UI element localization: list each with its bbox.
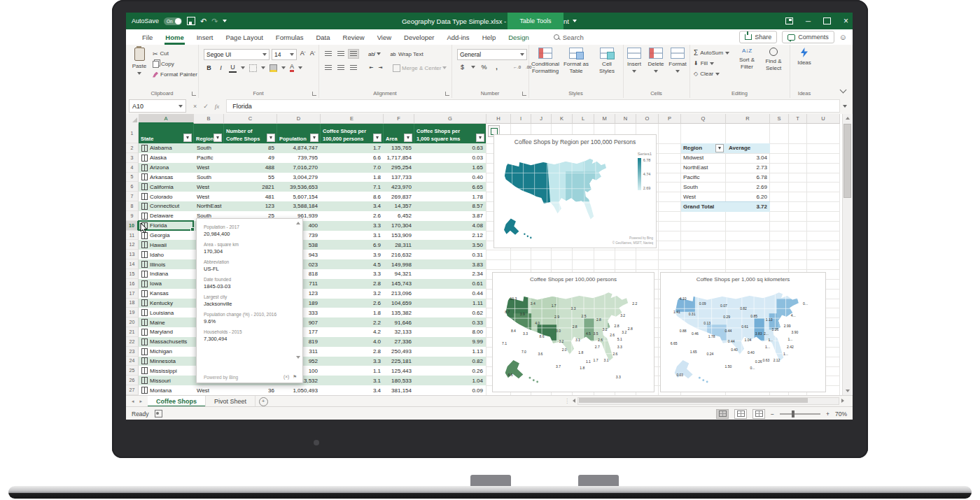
redo-icon[interactable]: ↷: [211, 17, 218, 26]
table-row[interactable]: Alaska Pacific 49 739,795 6.6 1,717,854 …: [139, 153, 486, 163]
per-1000km-cell[interactable]: 0.26: [414, 366, 486, 376]
macro-record-icon[interactable]: [155, 410, 162, 417]
state-cell[interactable]: Massachusetts: [139, 337, 194, 347]
area-cell[interactable]: 225,181: [384, 357, 414, 366]
zoom-slider-thumb[interactable]: [792, 410, 794, 417]
per-100k-cell[interactable]: 3.9: [321, 250, 384, 259]
insert-cells-button[interactable]: Insert: [624, 48, 645, 75]
table-header-cell[interactable]: Population: [277, 124, 321, 143]
fill-button[interactable]: ⬇Fill: [694, 58, 729, 69]
new-sheet-button[interactable]: +: [255, 396, 271, 407]
shops-cell[interactable]: 36: [224, 385, 277, 395]
state-cell[interactable]: Missouri: [139, 376, 194, 385]
card-dismiss-icon[interactable]: (×): [284, 374, 289, 380]
align-center-button[interactable]: [335, 63, 346, 73]
underline-button[interactable]: U: [229, 63, 237, 73]
ribbon-tab[interactable]: Review: [337, 29, 371, 45]
table-row[interactable]: Montana West 36 1,050,493 3.4 381,154 0.…: [139, 385, 486, 395]
per-100k-cell[interactable]: 1.7: [321, 143, 384, 153]
sheet-tab[interactable]: Pivot Sheet: [206, 396, 255, 407]
per-100k-cell[interactable]: 3.1: [321, 231, 384, 241]
filter-button[interactable]: [267, 134, 275, 142]
underline-caret-icon[interactable]: [241, 66, 245, 69]
region-cell[interactable]: West: [194, 182, 224, 192]
wrap-text-button[interactable]: Wrap Text: [398, 51, 424, 57]
font-color-icon[interactable]: A: [290, 64, 294, 72]
delete-cells-button[interactable]: Delete: [645, 48, 666, 75]
pivot-filter-button[interactable]: [715, 144, 724, 152]
enter-icon[interactable]: ✓: [203, 103, 209, 110]
per-1000km-cell[interactable]: 0.33: [414, 317, 486, 327]
area-cell[interactable]: 6,452: [384, 211, 414, 221]
per-100k-cell[interactable]: 4.0: [321, 337, 384, 347]
per-100k-cell[interactable]: 7.0: [321, 163, 384, 173]
area-cell[interactable]: 1,717,854: [384, 153, 414, 163]
state-cell[interactable]: Michigan: [139, 347, 194, 357]
area-cell[interactable]: 32,133: [384, 327, 414, 337]
align-top-button[interactable]: [323, 49, 334, 59]
table-row[interactable]: Michigan 311 2.8 250,493 1.13: [139, 347, 486, 357]
per-1000km-cell[interactable]: 0.61: [414, 279, 486, 289]
comments-button[interactable]: Comments: [782, 31, 834, 43]
table-row[interactable]: Massachusetts 819 4.0 27,336 9.99: [139, 337, 486, 347]
row-header[interactable]: 2: [126, 143, 139, 153]
state-cell[interactable]: Delaware: [139, 211, 194, 221]
column-header[interactable]: D: [277, 114, 321, 124]
format-as-table-button[interactable]: Format asTable: [561, 48, 592, 75]
area-cell[interactable]: 145,743: [384, 279, 414, 289]
align-right-button[interactable]: [348, 63, 359, 73]
table-row[interactable]: Iowa 711 2.8 145,743 0.61: [139, 279, 486, 289]
scroll-right-icon[interactable]: [841, 399, 844, 403]
per-100k-cell[interactable]: 8.6: [321, 192, 384, 201]
area-cell[interactable]: 269,837: [384, 192, 414, 201]
scroll-left-icon[interactable]: [573, 399, 575, 403]
sort-filter-button[interactable]: A↓Z Sort &Filter: [734, 48, 760, 71]
format-painter-button[interactable]: Format Painter: [153, 69, 197, 80]
sheet-tab[interactable]: Coffee Shops: [148, 396, 206, 407]
area-cell[interactable]: 94,321: [384, 269, 414, 279]
horizontal-scrollbar[interactable]: ⋮: [564, 397, 844, 405]
per-1000km-cell[interactable]: 2.12: [414, 231, 486, 241]
shrink-font-button[interactable]: Aˇ: [309, 49, 316, 57]
card-flag-icon[interactable]: ⚑: [293, 374, 297, 380]
population-cell[interactable]: 3,004,279: [277, 173, 321, 183]
area-cell[interactable]: 213,096: [384, 289, 414, 299]
pivot-row[interactable]: Midwest 3.04: [681, 153, 770, 163]
table-header-cell[interactable]: Area: [384, 124, 414, 143]
expand-formula-bar-icon[interactable]: [843, 105, 847, 108]
per-1000km-cell[interactable]: 3.83: [414, 259, 486, 269]
table-header-cell[interactable]: Number of Coffee Shops: [224, 124, 277, 143]
column-header[interactable]: N: [615, 114, 636, 124]
quick-access-caret-icon[interactable]: [223, 20, 227, 22]
per-1000km-cell[interactable]: 0.31: [414, 250, 486, 259]
per-1000km-cell[interactable]: 0.44: [414, 289, 486, 299]
ribbon-tab[interactable]: Home: [159, 29, 190, 45]
row-header[interactable]: 11: [126, 231, 139, 241]
clear-button[interactable]: ◇Clear: [694, 69, 729, 79]
per-1000km-cell[interactable]: 1.11: [414, 299, 486, 308]
per-100k-cell[interactable]: 2.6: [321, 211, 384, 221]
scrollbar-splitter[interactable]: ⋮: [564, 398, 570, 404]
per-1000km-cell[interactable]: 1.04: [414, 376, 486, 385]
row-header[interactable]: 5: [126, 173, 139, 183]
row-header[interactable]: 14: [126, 259, 139, 269]
row-header[interactable]: 23: [126, 347, 139, 357]
font-family-select[interactable]: Segoe UI: [204, 49, 270, 60]
per-100k-cell[interactable]: 3.3: [321, 221, 384, 231]
area-cell[interactable]: 135,382: [384, 308, 414, 317]
cell-styles-button[interactable]: CellStyles: [592, 48, 622, 75]
filter-button[interactable]: [183, 134, 192, 142]
row-header[interactable]: 24: [126, 357, 139, 366]
per-1000km-cell[interactable]: 0.63: [414, 143, 486, 153]
column-header[interactable]: F: [384, 114, 414, 124]
table-header-cell[interactable]: Region: [194, 124, 224, 143]
cut-button[interactable]: ✂Cut: [153, 48, 197, 59]
per-100k-cell[interactable]: 4.2: [321, 327, 384, 337]
number-dialog-launcher[interactable]: [522, 92, 526, 96]
table-header-cell[interactable]: Coffee Shops per 1,000 square kms: [414, 124, 486, 143]
per-1000km-cell[interactable]: 3.50: [414, 240, 486, 250]
ribbon-tab[interactable]: Data: [309, 29, 336, 45]
population-cell[interactable]: 739,795: [277, 153, 321, 163]
per-100k-cell[interactable]: 6.6: [321, 153, 384, 163]
column-header[interactable]: R: [726, 114, 770, 124]
